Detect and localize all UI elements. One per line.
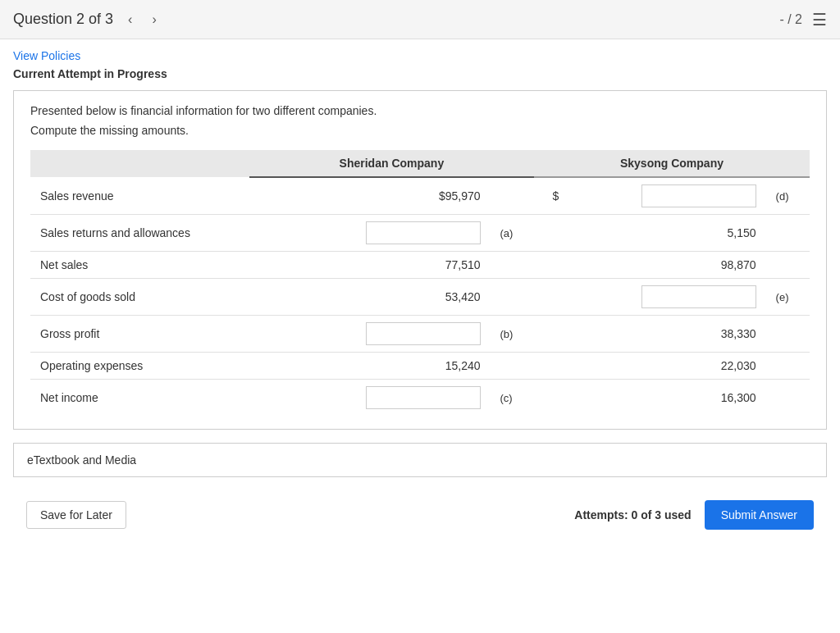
skysong-dollar-prefix [534,279,568,316]
sheridan-input-field[interactable] [366,322,481,345]
skysong-dollar-prefix [534,380,568,417]
skysong-dollar-prefix: $ [534,177,568,215]
sheridan-letter: (b) [491,316,534,353]
sheridan-value-cell: 53,420 [249,279,491,316]
skysong-value-cell: 22,030 [568,353,765,380]
header-right: - / 2 ☰ [779,10,827,30]
table-row: Gross profit(b)38,330 [30,316,810,353]
current-attempt-label: Current Attempt in Progress [13,67,827,80]
row-label: Sales returns and allowances [30,215,249,252]
table-row: Operating expenses15,24022,030 [30,353,810,380]
etextbook-label: eTextbook and Media [27,453,136,467]
sheridan-input-field[interactable] [366,221,481,244]
sheridan-letter [491,252,534,279]
footer: Save for Later Attempts: 0 of 3 used Sub… [13,490,827,540]
page-indicator: - / 2 [779,12,802,27]
submit-answer-button[interactable]: Submit Answer [705,500,814,530]
skysong-letter [766,252,810,279]
sheridan-letter [491,279,534,316]
skysong-input-field[interactable] [641,285,756,308]
sheridan-value-cell[interactable] [249,215,491,252]
sheridan-value-cell[interactable] [249,316,491,353]
prev-button[interactable]: ‹ [123,9,137,30]
main-content: View Policies Current Attempt in Progres… [0,39,840,549]
question-text-1: Presented below is financial information… [30,104,810,117]
list-icon-button[interactable]: ☰ [812,10,827,30]
skysong-input-field[interactable] [641,184,756,207]
table-row: Net income(c)16,300 [30,380,810,417]
skysong-letter [766,316,810,353]
row-label: Net sales [30,252,249,279]
skysong-value-cell[interactable] [568,279,765,316]
col-header-skysong: Skysong Company [534,150,810,177]
sheridan-value-cell: 15,240 [249,353,491,380]
row-label: Operating expenses [30,353,249,380]
sheridan-input-field[interactable] [366,386,481,409]
question-title: Question 2 of 3 [13,11,113,28]
next-button[interactable]: › [147,9,161,30]
sheridan-value-cell: 77,510 [249,252,491,279]
col-header-label [30,150,249,177]
view-policies-link[interactable]: View Policies [13,49,80,62]
header: Question 2 of 3 ‹ › - / 2 ☰ [0,0,840,39]
sheridan-value-cell[interactable] [249,380,491,417]
skysong-dollar-prefix [534,316,568,353]
skysong-value-cell: 38,330 [568,316,765,353]
row-label: Cost of goods sold [30,279,249,316]
table-row: Cost of goods sold53,420(e) [30,279,810,316]
skysong-letter [766,215,810,252]
skysong-letter [766,380,810,417]
skysong-value-cell: 5,150 [568,215,765,252]
skysong-value-cell[interactable] [568,177,765,215]
row-label: Gross profit [30,316,249,353]
table-row: Sales revenue$95,970$(d) [30,177,810,215]
question-text-2: Compute the missing amounts. [30,124,810,137]
question-box: Presented below is financial information… [13,90,827,430]
skysong-dollar-prefix [534,252,568,279]
skysong-letter [766,353,810,380]
attempts-label: Attempts: 0 of 3 used [574,508,691,521]
skysong-dollar-prefix [534,215,568,252]
save-later-button[interactable]: Save for Later [26,501,126,529]
etextbook-box: eTextbook and Media [13,443,827,477]
financial-table: Sheridan Company Skysong Company Sales r… [30,150,810,416]
sheridan-letter [491,177,534,215]
skysong-value-cell: 16,300 [568,380,765,417]
skysong-value-cell: 98,870 [568,252,765,279]
header-left: Question 2 of 3 ‹ › [13,9,162,30]
table-row: Sales returns and allowances(a)5,150 [30,215,810,252]
sheridan-letter: (a) [491,215,534,252]
skysong-letter: (e) [766,279,810,316]
sheridan-value-cell: $95,970 [249,177,491,215]
table-row: Net sales77,51098,870 [30,252,810,279]
skysong-letter: (d) [766,177,810,215]
footer-right: Attempts: 0 of 3 used Submit Answer [574,500,814,530]
row-label: Net income [30,380,249,417]
col-header-sheridan: Sheridan Company [249,150,534,177]
sheridan-letter [491,353,534,380]
row-label: Sales revenue [30,177,249,215]
sheridan-letter: (c) [491,380,534,417]
skysong-dollar-prefix [534,353,568,380]
